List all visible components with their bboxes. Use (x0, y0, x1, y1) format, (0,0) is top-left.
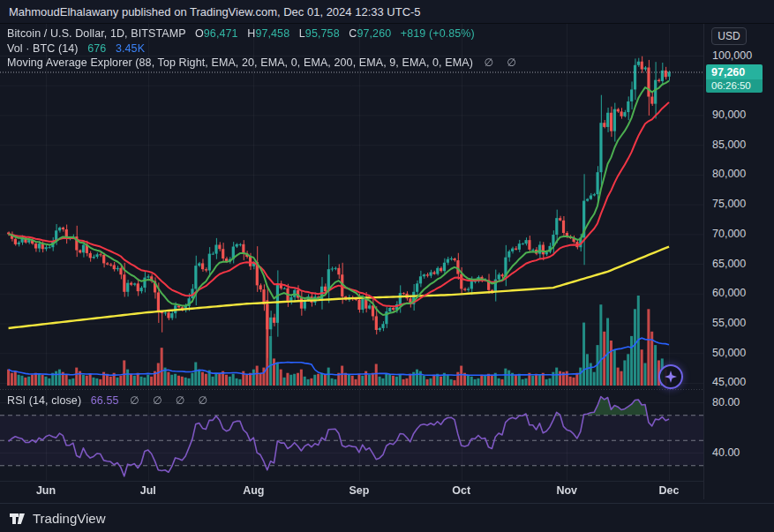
rsi-label: RSI (14, close) (7, 394, 81, 407)
rsi-hidden-icons[interactable]: ∅ ∅ ∅ ∅ (130, 394, 213, 407)
price-tick-label: 85,000 (712, 139, 746, 151)
volume-legend[interactable]: Vol · BTC (14) 676 3.45K (7, 42, 145, 55)
tradingview-wordmark: TradingView (33, 511, 106, 526)
ohlc-low-value: 95,758 (305, 27, 340, 40)
price-tick-label: 65,000 (712, 258, 746, 270)
currency-toggle-button[interactable]: USD (711, 27, 747, 45)
ma-hidden-icons[interactable]: ∅ ∅ (484, 56, 521, 69)
ohlc-high-key: H (247, 27, 255, 40)
rsi-value: 66.55 (91, 394, 119, 407)
tradingview-snapshot: { "top_bar": { "text": "MahmoudElhalawan… (0, 0, 774, 532)
price-tick-label: 90,000 (712, 109, 746, 121)
ohlc-open-key: O (195, 27, 204, 40)
price-axis[interactable]: USD 100,00090,00085,00080,00075,00070,00… (703, 24, 774, 499)
month-label-nov: Nov (556, 484, 577, 497)
ma-explorer-legend[interactable]: Moving Average Explorer (88, Top Right, … (7, 56, 522, 69)
ohlc-open-value: 96,471 (204, 27, 238, 40)
bar-countdown: 06:26:50 (706, 79, 763, 93)
month-label-jul: Jul (140, 484, 156, 497)
symbol-title: Bitcoin / U.S. Dollar, 1D, BITSTAMP (7, 27, 185, 40)
ohlc-low-key: L (299, 27, 305, 40)
last-price-tag: 97,260 06:26:50 (706, 64, 763, 93)
price-tick-label: 80,000 (712, 168, 746, 180)
footer-bar: TradingView (0, 503, 774, 532)
price-tick-label: 50,000 (712, 347, 746, 359)
time-axis-border (0, 481, 774, 482)
ohlc-high-value: 97,458 (255, 27, 289, 40)
month-label-jun: Jun (36, 484, 56, 497)
month-label-oct: Oct (452, 484, 470, 497)
price-tick-label: 55,000 (712, 317, 746, 329)
rsi-tick-label: 80.00 (712, 396, 740, 408)
price-tick-label: 60,000 (712, 287, 746, 299)
symbol-legend[interactable]: Bitcoin / U.S. Dollar, 1D, BITSTAMP O96,… (7, 27, 475, 40)
change-value: +819 (+0.85%) (401, 27, 475, 40)
volume-ma-value: 3.45K (116, 42, 145, 55)
price-tick-label: 45,000 (712, 376, 746, 388)
price-tick-label: 75,000 (712, 198, 746, 210)
publish-status-bar: MahmoudElhalawany published on TradingVi… (0, 0, 774, 24)
rsi-legend[interactable]: RSI (14, close) 66.55 ∅ ∅ ∅ ∅ (7, 394, 213, 407)
ma-explorer-label: Moving Average Explorer (88, Top Right, … (7, 56, 473, 69)
plus-button[interactable] (658, 364, 683, 389)
chart-canvas[interactable] (0, 0, 774, 532)
month-label-sep: Sep (349, 484, 369, 497)
month-label-dec: Dec (659, 484, 680, 497)
rsi-tick-label: 40.00 (712, 446, 740, 459)
volume-label: Vol · BTC (14) (7, 42, 79, 55)
ohlc-close-value: 97,260 (357, 27, 391, 40)
publish-status-text: MahmoudElhalawany published on TradingVi… (9, 5, 421, 19)
last-price-value: 97,260 (706, 64, 763, 79)
price-tick-label: 70,000 (712, 228, 746, 240)
tradingview-logo-icon (9, 511, 26, 526)
month-label-aug: Aug (243, 484, 264, 497)
price-tick-label: 100,000 (712, 49, 752, 62)
sparkle-plus-icon (665, 371, 677, 383)
volume-value: 676 (87, 42, 106, 55)
